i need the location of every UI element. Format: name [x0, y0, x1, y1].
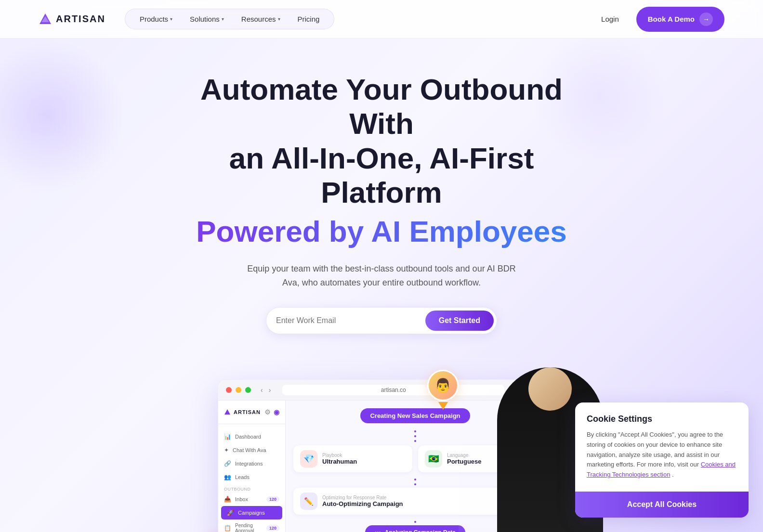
- integrations-icon: 🔗: [224, 460, 231, 467]
- url-bar[interactable]: artisan.co: [282, 385, 504, 395]
- logo-text: ARTISAN: [56, 13, 105, 25]
- browser-nav: ‹ ›: [259, 386, 273, 394]
- connector-dot: [414, 435, 416, 437]
- inbox-icon: 📥: [224, 496, 231, 503]
- app-container: ‹ › artisan.co ⬆ + ···: [218, 379, 545, 532]
- optimize-card: ✏️ Optimizing for Response Rate Auto-Opt…: [293, 488, 537, 515]
- chat-icon: ✦: [224, 447, 229, 454]
- connector-dot: [414, 483, 416, 485]
- connector-dot: [414, 521, 416, 523]
- logo-icon: [39, 13, 52, 26]
- browser-frame: ‹ › artisan.co ⬆ + ···: [218, 379, 545, 532]
- sidebar-item-campaigns[interactable]: 🚀 Campaigns: [221, 506, 282, 519]
- hero-section: Automate Your Outbound With an All-In-On…: [0, 39, 763, 353]
- arrow-down-icon: [438, 402, 448, 410]
- nav-left: ARTISAN Products ▾ Solutions ▾ Resources…: [39, 9, 334, 29]
- creating-campaign-label: Creating New Sales Campaign: [360, 408, 470, 423]
- cookie-text: By clicking "Accept All Cookies", you ag…: [587, 430, 737, 480]
- email-form: Get Started: [266, 307, 497, 334]
- connector-dot: [414, 479, 416, 480]
- language-icon: 🇧🇷: [425, 450, 442, 467]
- dashboard-icon: 📊: [224, 433, 231, 440]
- nav-link-resources[interactable]: Resources ▾: [235, 12, 287, 26]
- forward-icon[interactable]: ›: [267, 386, 273, 394]
- settings-icon: ⚙: [264, 408, 271, 416]
- chevron-down-icon: ▾: [170, 16, 172, 22]
- back-icon[interactable]: ‹: [259, 386, 265, 394]
- analyzing-wrapper: ••• Analyzing Campaign Data: [293, 525, 537, 532]
- app-brand: ARTISAN ⚙ ◉: [218, 408, 285, 424]
- login-button[interactable]: Login: [593, 11, 627, 27]
- email-input[interactable]: [276, 316, 425, 325]
- connector-dot: [414, 430, 416, 432]
- chevron-down-icon: ▾: [278, 16, 280, 22]
- sidebar-item-dashboard[interactable]: 📊 Dashboard: [218, 430, 285, 443]
- minimize-icon: [236, 387, 241, 393]
- nav-link-pricing[interactable]: Pricing: [291, 12, 327, 26]
- language-card: 🇧🇷 Language Portuguese: [418, 445, 537, 472]
- man-avatar-wrapper: 👨: [427, 370, 459, 401]
- app-logo-icon: [224, 409, 231, 415]
- sidebar-item-pending[interactable]: 📋 Pending Approval 120: [218, 519, 285, 532]
- hero-subtitle: Powered by AI Employees: [189, 214, 574, 248]
- leads-icon: 👥: [224, 474, 231, 480]
- campaign-flow: Creating New Sales Campaign: [293, 408, 537, 443]
- pending-icon: 📋: [224, 525, 231, 532]
- nav-link-products[interactable]: Products ▾: [133, 12, 179, 26]
- svg-marker-2: [224, 409, 230, 415]
- sidebar-section-outbound: Outbound: [218, 484, 285, 493]
- sidebar-item-leads[interactable]: 👥 Leads: [218, 470, 285, 484]
- nav-links: Products ▾ Solutions ▾ Resources ▾ Prici…: [125, 9, 334, 29]
- maximize-icon: [245, 387, 251, 393]
- playbook-icon: 💎: [300, 450, 317, 467]
- nav-link-solutions[interactable]: Solutions ▾: [183, 12, 231, 26]
- navbar: ARTISAN Products ▾ Solutions ▾ Resources…: [0, 0, 763, 39]
- accept-all-cookies-button[interactable]: Accept All Cookies: [575, 492, 749, 518]
- more-icon: ···: [531, 386, 537, 394]
- sidebar-item-chat[interactable]: ✦ Chat With Ava: [218, 443, 285, 457]
- app-body: ARTISAN ⚙ ◉ 📊 Dashboard ✦ Chat With Ava …: [218, 401, 545, 532]
- campaign-options-row: 💎 Playbook Ultrahuman 🇧🇷 Language Portug…: [293, 445, 537, 472]
- arrow-right-icon: →: [699, 13, 713, 26]
- sidebar-item-integrations[interactable]: 🔗 Integrations: [218, 457, 285, 470]
- book-demo-button[interactable]: Book A Demo →: [636, 7, 724, 32]
- app-main-content: Creating New Sales Campaign 💎 Playbo: [286, 401, 545, 532]
- connector-dot: [414, 440, 416, 442]
- browser-actions: ⬆ + ···: [514, 386, 537, 394]
- chevron-down-icon: ▾: [222, 16, 224, 22]
- nav-right: Login Book A Demo →: [593, 7, 724, 32]
- close-icon: [226, 387, 232, 393]
- add-tab-icon: +: [524, 386, 527, 394]
- male-avatar: 👨: [427, 370, 459, 401]
- campaigns-icon: 🚀: [227, 509, 234, 516]
- cookie-content: Cookie Settings By clicking "Accept All …: [575, 402, 749, 492]
- logo[interactable]: ARTISAN: [39, 13, 105, 26]
- hero-description: Equip your team with the best-in-class o…: [247, 262, 516, 290]
- optimize-icon: ✏️: [300, 493, 317, 510]
- pending-badge: 120: [266, 525, 279, 531]
- playbook-card: 💎 Playbook Ultrahuman: [293, 445, 412, 472]
- cookie-title: Cookie Settings: [587, 414, 737, 424]
- share-icon: ⬆: [514, 386, 520, 394]
- get-started-button[interactable]: Get Started: [425, 311, 494, 331]
- analyzing-label: ••• Analyzing Campaign Data: [365, 525, 465, 532]
- app-sidebar: ARTISAN ⚙ ◉ 📊 Dashboard ✦ Chat With Ava …: [218, 401, 286, 532]
- hero-title: Automate Your Outbound With an All-In-On…: [189, 72, 574, 209]
- browser-bar: ‹ › artisan.co ⬆ + ···: [218, 380, 545, 401]
- sidebar-item-inbox[interactable]: 📥 Inbox 120: [218, 493, 285, 506]
- avatar-icon: ◉: [274, 408, 279, 416]
- inbox-badge: 120: [266, 496, 279, 502]
- cookie-banner: Cookie Settings By clicking "Accept All …: [575, 402, 749, 518]
